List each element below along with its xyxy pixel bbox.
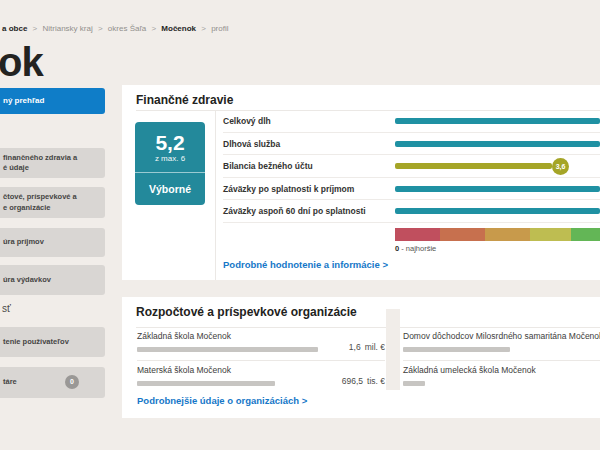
breadcrumb-link[interactable]: profil: [211, 24, 228, 33]
sidebar-item-label: táre: [3, 377, 105, 388]
sidebar-item-label: úra výdavkov: [3, 275, 105, 286]
organization-value: 696,5 tis. €: [282, 376, 385, 386]
sidebar-item-expense-structure[interactable]: úra výdavkov: [0, 265, 105, 295]
sidebar-item-income-structure[interactable]: úra príjmov: [0, 228, 105, 257]
breadcrumb-link[interactable]: Močenok: [161, 24, 196, 33]
breadcrumb-link[interactable]: a obce: [2, 24, 27, 33]
indicator-bar: [395, 118, 600, 124]
breadcrumb-link[interactable]: okres Šaľa: [108, 24, 146, 33]
health-score-rating: Výborné: [135, 173, 205, 205]
organization-name: Základná umelecká škola Močenok: [403, 365, 536, 375]
organization-value-number: 1,6: [349, 342, 361, 352]
score-color-scale: [395, 228, 600, 241]
scale-worst-label: - najhoršie: [401, 244, 436, 253]
indicator-row: Záväzky aspoň 60 dní po splatnosti: [223, 200, 600, 223]
breadcrumb-link[interactable]: Nitriansky kraj: [42, 24, 92, 33]
indicator-rows: Celkový dlh Dlhová služba Bilancia bežné…: [223, 110, 600, 223]
organization-value: 1,6 mil. €: [282, 342, 385, 352]
scale-segment-worst: [395, 228, 440, 241]
organizations-title: Rozpočtové a príspevkové organizácie: [136, 305, 357, 319]
scale-caption: 0 - najhoršie: [395, 244, 436, 253]
sidebar-item-label: tenie používateľov: [3, 337, 105, 348]
health-score-max: z max. 6: [135, 154, 205, 163]
organization-budget-bar: [403, 347, 510, 352]
organization-name: Materská škola Močenok: [137, 365, 231, 375]
comments-count-badge: 0: [65, 375, 79, 389]
sidebar-item-organizations[interactable]: čtové, príspevkové a e organizácie: [0, 187, 105, 218]
column-gap: [386, 309, 400, 390]
indicator-row: Celkový dlh: [223, 110, 600, 133]
organization-name: Základná škola Močenok: [137, 331, 231, 341]
page-title: ok: [0, 40, 43, 85]
organizations-card: Rozpočtové a príspevkové organizácie Zák…: [122, 297, 600, 418]
indicator-row: Dlhová služba: [223, 133, 600, 156]
organization-budget-bar: [403, 381, 425, 386]
organization-value-number: 696,5: [342, 376, 363, 386]
indicator-bar: [395, 186, 600, 192]
breadcrumb-separator: >: [151, 24, 156, 33]
detailed-rating-link[interactable]: Podrobné hodnotenie a informácie >: [223, 259, 388, 270]
breadcrumb-separator: >: [201, 24, 206, 33]
sidebar-item-label: čtové, príspevkové a: [3, 192, 105, 203]
sidebar-item-financial-health[interactable]: finančného zdravia a é údaje: [0, 148, 105, 178]
sidebar-item-label: é údaje: [3, 163, 105, 174]
indicator-row: Bilancia bežného účtu 3,6: [223, 155, 600, 178]
health-score-value: 5,2: [135, 132, 205, 154]
health-score-top: 5,2 z max. 6: [135, 122, 205, 173]
organization-name: Domov dôchodcov Milosrdného samaritána M…: [403, 331, 600, 341]
breadcrumb-separator: >: [33, 24, 38, 33]
financial-health-title: Finančné zdravie: [136, 93, 233, 107]
scale-zero: 0: [395, 244, 399, 253]
scale-segment: [485, 228, 530, 241]
health-score-box: 5,2 z max. 6 Výborné: [135, 122, 205, 205]
breadcrumb: a obce > Nitriansky kraj > okres Šaľa > …: [2, 24, 229, 33]
sidebar-item-label: e organizácie: [3, 203, 105, 214]
sidebar-section-label: sť: [2, 303, 11, 314]
financial-health-card: Finančné zdravie 5,2 z max. 6 Výborné Ce…: [122, 85, 600, 280]
divider: [137, 360, 385, 361]
sidebar-item-overview[interactable]: ný prehľad: [0, 88, 105, 114]
sidebar-item-comments[interactable]: táre 0: [0, 367, 105, 398]
sidebar-item-user-ratings[interactable]: tenie používateľov: [0, 327, 105, 357]
divider: [136, 327, 600, 328]
sidebar-item-label: finančného zdravia a: [3, 153, 105, 164]
scale-segment: [530, 228, 571, 241]
organizations-details-link[interactable]: Podrobnejšie údaje o organizáciách >: [137, 395, 307, 406]
divider: [403, 360, 600, 361]
breadcrumb-separator: >: [98, 24, 103, 33]
indicator-score-badge: 3,6: [552, 158, 569, 175]
organization-value-unit: tis. €: [367, 376, 385, 386]
indicator-row: Záväzky po splatnosti k príjmom: [223, 178, 600, 201]
organization-value-unit: mil. €: [365, 342, 385, 352]
organization-budget-bar: [137, 381, 275, 386]
indicator-bar: [395, 163, 552, 169]
divider: [215, 110, 216, 280]
scale-segment-best: [571, 228, 600, 241]
sidebar-item-label: úra príjmov: [3, 237, 105, 248]
indicator-bar: [395, 141, 600, 147]
indicator-bar: [395, 208, 600, 214]
scale-segment: [440, 228, 485, 241]
sidebar-item-label: ný prehľad: [3, 96, 105, 107]
